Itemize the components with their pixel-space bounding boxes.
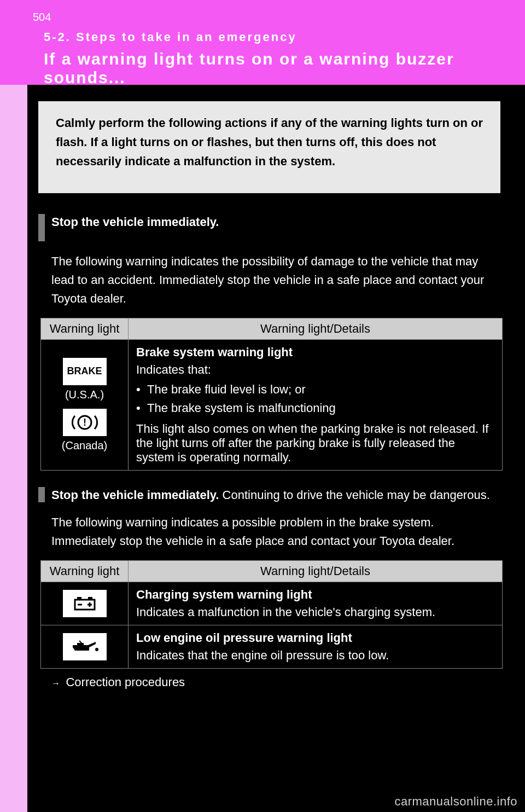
table-header-icon: Warning light: [41, 561, 129, 582]
oil-can-icon: [63, 633, 107, 660]
page-content: Calmly perform the following actions if …: [27, 85, 525, 689]
subheading-note: Continuing to drive the vehicle may be d…: [223, 488, 490, 502]
svg-line-9: [79, 641, 81, 643]
list-item: The brake fluid level is low; or: [136, 380, 494, 399]
warning-table: Warning light Warning light/Details BRAK…: [40, 318, 503, 471]
warning-name: Brake system warning light: [136, 345, 494, 359]
subheading: Stop the vehicle immediately.: [51, 214, 219, 229]
body-paragraph: The following warning indicates the poss…: [51, 252, 500, 308]
svg-point-8: [95, 648, 98, 651]
page-header: 5-2. Steps to take in an emergency If a …: [0, 0, 525, 85]
detail-cell: Brake system warning light Indicates tha…: [129, 339, 503, 470]
subheading-row: Stop the vehicle immediately.: [38, 214, 500, 241]
page-number: 504: [33, 11, 51, 24]
brake-text-icon: BRAKE: [63, 358, 107, 385]
page-title: If a warning light turns on or a warning…: [44, 50, 525, 87]
intro-callout: Calmly perform the following actions if …: [38, 101, 500, 193]
warning-bullet-list: The brake fluid level is low; or The bra…: [136, 380, 494, 417]
variant-label: (U.S.A.): [44, 388, 125, 401]
icon-cell: [41, 625, 129, 669]
subheading-row: Stop the vehicle immediately. Continuing…: [38, 487, 500, 502]
svg-rect-3: [77, 597, 81, 600]
svg-text:!: !: [83, 417, 86, 428]
heading-marker-icon: [38, 214, 45, 241]
arrow-right-icon: →: [51, 678, 63, 688]
table-row: BRAKE (U.S.A.) ! (Canada) Brake system w…: [41, 339, 503, 470]
table-row: Low engine oil pressure warning light In…: [41, 625, 503, 669]
correction-text: Correction procedures: [66, 675, 185, 689]
svg-rect-4: [88, 597, 92, 600]
table-header-details: Warning light/Details: [129, 561, 503, 582]
left-margin-stripe: [0, 85, 27, 812]
detail-cell: Low engine oil pressure warning light In…: [129, 625, 503, 669]
variant-label: (Canada): [44, 439, 125, 452]
detail-cell: Charging system warning light Indicates …: [129, 582, 503, 625]
correction-procedures: → Correction procedures: [51, 675, 500, 689]
brake-symbol-icon: !: [63, 409, 107, 436]
warning-body: Indicates that the engine oil pressure i…: [136, 648, 494, 663]
list-item: The brake system is malfunctioning: [136, 399, 494, 417]
table-row: Charging system warning light Indicates …: [41, 582, 503, 625]
table-header-details: Warning light/Details: [129, 318, 503, 339]
body-paragraph: The following warning indicates a possib…: [51, 513, 500, 550]
icon-cell: [41, 582, 129, 625]
warning-name: Charging system warning light: [136, 588, 494, 602]
warning-note: This light also comes on when the parkin…: [136, 422, 494, 465]
subheading-text: Stop the vehicle immediately.: [51, 488, 219, 502]
warning-subtext: Indicates that:: [136, 363, 494, 377]
icon-cell: BRAKE (U.S.A.) ! (Canada): [41, 339, 129, 470]
table-header-icon: Warning light: [41, 318, 129, 339]
subheading: Stop the vehicle immediately. Continuing…: [51, 487, 490, 502]
warning-table: Warning light Warning light/Details C: [40, 560, 503, 669]
battery-icon: [63, 590, 107, 617]
heading-marker-icon: [38, 487, 45, 502]
warning-name: Low engine oil pressure warning light: [136, 631, 494, 645]
section-number: 5-2. Steps to take in an emergency: [44, 30, 525, 44]
watermark: carmanualsonline.info: [394, 794, 517, 809]
warning-body: Indicates a malfunction in the vehicle's…: [136, 605, 494, 619]
